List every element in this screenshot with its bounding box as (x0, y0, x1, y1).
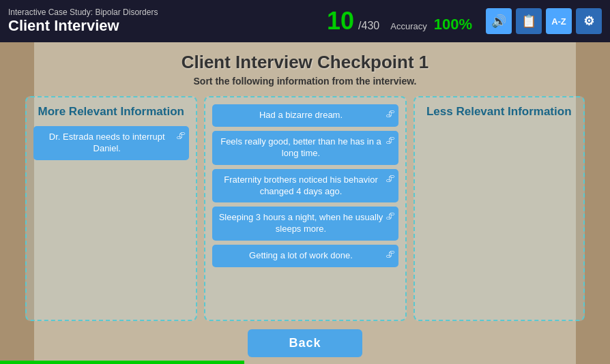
card-sleeping-text: Sleeping 3 hours a night, when he usuall… (219, 212, 383, 234)
header: Interactive Case Study: Bipolar Disorder… (0, 0, 610, 42)
score-total: /430 (358, 20, 379, 32)
progress-bar (0, 361, 244, 364)
middle-scroll[interactable]: Had a bizarre dream. 🖇 Feels really good… (212, 104, 398, 313)
header-icons: 🔊 📋 A-Z ⚙ (486, 8, 602, 34)
score-value: 10 (327, 9, 354, 33)
clip-icon-3: 🖇 (386, 172, 395, 185)
header-subtitle: Interactive Case Study: Bipolar Disorder… (8, 7, 327, 17)
settings-button[interactable]: ⚙ (576, 8, 602, 34)
card-behavior[interactable]: Fraternity brothers noticed his behavior… (212, 169, 398, 203)
card-feels-good[interactable]: Feels really good, better than he has in… (212, 131, 398, 165)
score-display: 10 /430 Accuracy 100% (327, 9, 472, 33)
card-interrupt-text: Dr. Estrada needs to interrupt Daniel. (49, 132, 165, 153)
clip-icon-1: 🖇 (386, 108, 395, 120)
checkpoint-subtitle: Sort the following information from the … (194, 76, 417, 87)
clip-icon-4: 🖇 (386, 210, 395, 222)
card-work-text: Getting a lot of work done. (249, 250, 353, 260)
back-btn-container: Back (25, 329, 585, 357)
less-relevant-zone[interactable]: Less Relevant Information (413, 96, 585, 321)
card-interrupt[interactable]: Dr. Estrada needs to interrupt Daniel. 🖇 (33, 126, 189, 160)
back-button[interactable]: Back (248, 329, 362, 357)
sound-button[interactable]: 🔊 (486, 8, 512, 34)
clip-icon-5: 🖇 (386, 248, 395, 260)
more-relevant-zone[interactable]: More Relevant Information Dr. Estrada ne… (25, 96, 197, 321)
card-feels-good-text: Feels really good, better than he has in… (220, 136, 381, 158)
notes-button[interactable]: 📋 (516, 8, 542, 34)
main-area: Client Interview Checkpoint 1 Sort the f… (0, 42, 610, 364)
header-title: Client Interview (8, 17, 327, 35)
unsorted-zone[interactable]: Had a bizarre dream. 🖇 Feels really good… (204, 96, 407, 321)
card-sleeping[interactable]: Sleeping 3 hours a night, when he usuall… (212, 207, 398, 241)
content-panel: Client Interview Checkpoint 1 Sort the f… (0, 42, 610, 364)
clip-icon: 🖇 (176, 130, 186, 142)
accuracy-label: Accuracy (390, 21, 426, 31)
card-dream[interactable]: Had a bizarre dream. 🖇 (212, 104, 398, 127)
less-relevant-title: Less Relevant Information (426, 104, 572, 119)
card-behavior-text: Fraternity brothers noticed his behavior… (224, 175, 377, 196)
columns: More Relevant Information Dr. Estrada ne… (25, 96, 585, 321)
clip-icon-2: 🖇 (386, 134, 395, 147)
card-dream-text: Had a bizarre dream. (259, 110, 343, 120)
more-relevant-title: More Relevant Information (38, 104, 184, 119)
glossary-button[interactable]: A-Z (546, 8, 572, 34)
checkpoint-title: Client Interview Checkpoint 1 (181, 52, 429, 73)
card-work[interactable]: Getting a lot of work done. 🖇 (212, 245, 398, 267)
accuracy-value: 100% (434, 16, 472, 33)
header-left: Interactive Case Study: Bipolar Disorder… (8, 7, 327, 35)
